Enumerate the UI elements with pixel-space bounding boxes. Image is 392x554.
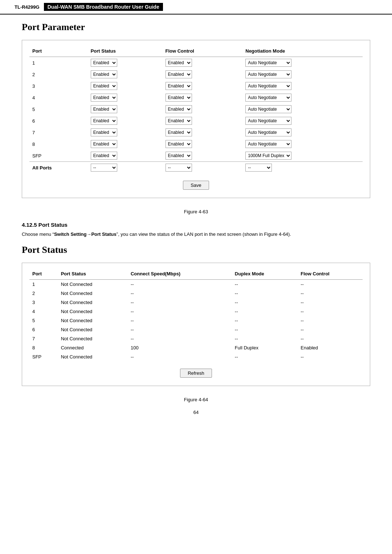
param-table-row: 7EnabledDisabledEnabledDisabledAuto Nego… <box>29 127 363 138</box>
all-ports-neg-select[interactable]: --EnabledDisabled <box>245 164 272 172</box>
col-port-status: Port Status <box>88 46 163 57</box>
col-negotiation-mode: Negotiation Mode <box>242 46 363 57</box>
port-status-select[interactable]: EnabledDisabled <box>91 105 117 113</box>
flow-control-select[interactable]: EnabledDisabled <box>166 59 192 67</box>
port-status-select[interactable]: EnabledDisabled <box>91 94 117 102</box>
all-ports-status-select[interactable]: --EnabledDisabled <box>91 164 117 172</box>
port-status-select[interactable]: EnabledDisabled <box>91 140 117 148</box>
port-status-select[interactable]: EnabledDisabled <box>91 152 117 160</box>
refresh-button[interactable]: Refresh <box>180 369 212 378</box>
header-model: TL-R4299G <box>15 4 40 10</box>
param-table-row: 4EnabledDisabledEnabledDisabledAuto Nego… <box>29 92 363 103</box>
status-cell-flow: -- <box>298 334 363 343</box>
page-number: 64 <box>22 410 370 415</box>
param-flow-control-cell: EnabledDisabled <box>163 80 243 92</box>
status-cell-flow: -- <box>298 298 363 307</box>
param-port-status-cell: EnabledDisabled <box>88 150 163 162</box>
all-ports-label: All Ports <box>29 162 88 174</box>
col-port: Port <box>29 46 88 57</box>
flow-control-select[interactable]: EnabledDisabled <box>166 117 192 125</box>
param-port-status-cell: EnabledDisabled <box>88 92 163 103</box>
port-status-select[interactable]: EnabledDisabled <box>91 82 117 90</box>
port-status-select[interactable]: EnabledDisabled <box>91 59 117 67</box>
status-cell-port: 8 <box>29 343 58 352</box>
flow-control-select[interactable]: EnabledDisabled <box>166 152 192 160</box>
flow-control-select[interactable]: EnabledDisabled <box>166 70 192 78</box>
status-table-row: 6Not Connected------ <box>29 325 363 334</box>
status-cell-flow: -- <box>298 307 363 316</box>
param-table-row: 8EnabledDisabledEnabledDisabledAuto Nego… <box>29 138 363 150</box>
status-cell-duplex: -- <box>232 325 298 334</box>
status-cell-duplex: -- <box>232 352 298 361</box>
status-cell-port: 2 <box>29 289 58 298</box>
status-table-row: 1Not Connected------ <box>29 279 363 289</box>
status-table-row: 5Not Connected------ <box>29 316 363 325</box>
param-port-status-cell: EnabledDisabled <box>88 80 163 92</box>
negotiation-select[interactable]: 1000M Full DuplexAuto Negotiate <box>245 152 291 160</box>
negotiation-select[interactable]: Auto Negotiate10M Half Duplex10M Full Du… <box>245 117 291 125</box>
status-col-port-status: Port Status <box>58 269 128 280</box>
status-cell-speed: -- <box>128 279 232 289</box>
port-parameter-panel-inner: Port Port Status Flow Control Negotiatio… <box>22 40 370 198</box>
flow-control-select[interactable]: EnabledDisabled <box>166 105 192 113</box>
port-status-select[interactable]: EnabledDisabled <box>91 117 117 125</box>
param-flow-control-cell: EnabledDisabled <box>163 92 243 103</box>
status-cell-speed: -- <box>128 307 232 316</box>
param-port-status-cell: EnabledDisabled <box>88 115 163 127</box>
flow-control-select[interactable]: EnabledDisabled <box>166 94 192 102</box>
param-table-row: 5EnabledDisabledEnabledDisabledAuto Nego… <box>29 103 363 115</box>
all-ports-flow-select[interactable]: --EnabledDisabled <box>166 164 192 172</box>
status-cell-duplex: -- <box>232 289 298 298</box>
negotiation-select[interactable]: Auto Negotiate10M Half Duplex10M Full Du… <box>245 128 291 136</box>
negotiation-select[interactable]: Auto Negotiate10M Half Duplex10M Full Du… <box>245 70 291 78</box>
negotiation-select[interactable]: Auto Negotiate10M Half Duplex10M Full Du… <box>245 94 291 102</box>
port-status-panel-inner: Port Port Status Connect Speed(Mbps) Dup… <box>22 263 370 386</box>
status-cell-flow: -- <box>298 325 363 334</box>
status-cell-port_status: Not Connected <box>58 325 128 334</box>
subsection-desc: Choose menu “Switch Setting→Port Status”… <box>22 231 370 238</box>
negotiation-select[interactable]: Auto Negotiate10M Half Duplex10M Full Du… <box>245 140 291 148</box>
save-button[interactable]: Save <box>183 181 209 190</box>
port-status-select[interactable]: EnabledDisabled <box>91 70 117 78</box>
param-negotiation-cell: 1000M Full DuplexAuto Negotiate <box>242 150 363 162</box>
save-row: Save <box>29 177 363 192</box>
status-cell-duplex: -- <box>232 316 298 325</box>
all-ports-status-cell: --EnabledDisabled <box>88 162 163 174</box>
param-port-cell: 7 <box>29 127 88 138</box>
status-table-row: 3Not Connected------ <box>29 298 363 307</box>
status-cell-port_status: Not Connected <box>58 352 128 361</box>
flow-control-select[interactable]: EnabledDisabled <box>166 82 192 90</box>
status-cell-duplex: -- <box>232 298 298 307</box>
status-cell-port: SFP <box>29 352 58 361</box>
negotiation-select[interactable]: Auto Negotiate10M Half Duplex10M Full Du… <box>245 59 291 67</box>
port-status-title: Port Status <box>22 245 370 255</box>
status-cell-duplex: -- <box>232 279 298 289</box>
status-cell-duplex: -- <box>232 307 298 316</box>
status-cell-flow: -- <box>298 316 363 325</box>
figure-64-caption: Figure 4-64 <box>22 397 370 402</box>
param-negotiation-cell: Auto Negotiate10M Half Duplex10M Full Du… <box>242 57 363 69</box>
port-parameter-title: Port Parameter <box>22 22 370 33</box>
status-cell-port_status: Not Connected <box>58 316 128 325</box>
status-table-row: 8Connected100Full DuplexEnabled <box>29 343 363 352</box>
status-col-duplex: Duplex Mode <box>232 269 298 280</box>
status-cell-speed: -- <box>128 325 232 334</box>
figure-63-caption: Figure 4-63 <box>22 209 370 214</box>
port-status-select[interactable]: EnabledDisabled <box>91 128 117 136</box>
status-cell-port_status: Not Connected <box>58 298 128 307</box>
status-table-row: 4Not Connected------ <box>29 307 363 316</box>
param-negotiation-cell: Auto Negotiate10M Half Duplex10M Full Du… <box>242 92 363 103</box>
all-ports-flow-cell: --EnabledDisabled <box>163 162 243 174</box>
param-port-cell: 1 <box>29 57 88 69</box>
flow-control-select[interactable]: EnabledDisabled <box>166 128 192 136</box>
param-flow-control-cell: EnabledDisabled <box>163 115 243 127</box>
status-cell-port_status: Not Connected <box>58 279 128 289</box>
desc-suffix: ”, you can view the status of the LAN po… <box>117 231 291 237</box>
negotiation-select[interactable]: Auto Negotiate10M Half Duplex10M Full Du… <box>245 105 291 113</box>
status-table-row: SFPNot Connected------ <box>29 352 363 361</box>
negotiation-select[interactable]: Auto Negotiate10M Half Duplex10M Full Du… <box>245 82 291 90</box>
status-col-port: Port <box>29 269 58 280</box>
flow-control-select[interactable]: EnabledDisabled <box>166 140 192 148</box>
status-col-speed: Connect Speed(Mbps) <box>128 269 232 280</box>
status-cell-speed: -- <box>128 352 232 361</box>
